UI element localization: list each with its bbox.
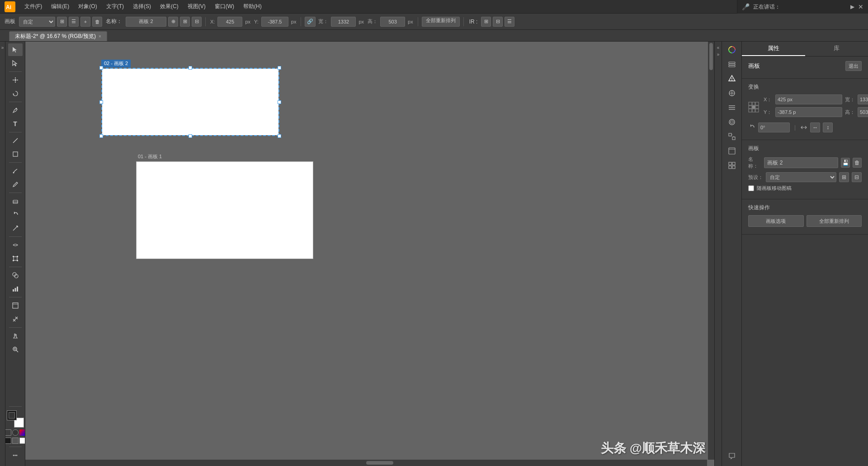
more-options-icon[interactable]: ☰ — [505, 17, 514, 27]
comments-panel-icon[interactable] — [725, 450, 739, 462]
menu-file[interactable]: 文件(F) — [21, 2, 46, 11]
chart-tool[interactable] — [8, 282, 23, 295]
y-input[interactable] — [261, 17, 288, 27]
menu-view[interactable]: 视图(V) — [184, 2, 209, 11]
tab-properties[interactable]: 属性 — [742, 42, 805, 56]
tab-close-btn[interactable]: × — [99, 34, 101, 39]
voice-arrow[interactable]: ▶ — [850, 4, 854, 10]
slice-tool[interactable] — [8, 313, 23, 325]
scale-tool[interactable] — [8, 222, 23, 235]
black-swatch[interactable] — [5, 438, 11, 444]
type-tool[interactable]: T — [8, 118, 23, 130]
zoom-tool[interactable] — [8, 343, 23, 356]
artboard-2-wrapper[interactable]: 02 - 画板 2 — [101, 68, 279, 136]
preset-dropdown[interactable]: 自定 A4 A3 — [766, 172, 836, 182]
menu-type[interactable]: 文字(T) — [103, 2, 127, 11]
menu-object[interactable]: 对象(O) — [75, 2, 100, 11]
grid4-icon[interactable]: ⊟ — [493, 17, 503, 27]
right-collapse-arrow[interactable]: « — [717, 45, 720, 50]
handle-top-right[interactable] — [278, 66, 281, 70]
color-swatches[interactable] — [7, 410, 24, 428]
artboards-list-icon[interactable] — [725, 159, 739, 172]
tab-library[interactable]: 库 — [805, 42, 868, 56]
document-tab[interactable]: 未标题-2* @ 16.67 % (RGB/预览) × — [9, 31, 107, 41]
shape-tool[interactable] — [8, 148, 23, 160]
pen-tool[interactable] — [8, 104, 23, 117]
shape-builder-tool[interactable] — [8, 269, 23, 282]
center-icon[interactable]: ⊕ — [168, 17, 178, 27]
rearrange-all-btn[interactable]: 全部重新排列 — [807, 215, 862, 227]
handle-top-left[interactable] — [99, 66, 103, 70]
v-scroll-thumb[interactable] — [709, 43, 713, 70]
artboard-2-canvas[interactable] — [102, 69, 278, 135]
libraries-panel-icon[interactable] — [725, 87, 739, 99]
x-input[interactable] — [217, 17, 242, 27]
rearrange-btn[interactable]: 全部重新排列 — [422, 17, 460, 27]
artboard-portrait-icon[interactable]: ☰ — [69, 17, 79, 27]
hand-tool[interactable] — [8, 329, 23, 342]
rotate-tool[interactable] — [8, 208, 23, 221]
menu-window[interactable]: 窗口(W) — [211, 2, 238, 11]
preset-icon-a[interactable]: ⊞ — [839, 172, 849, 182]
direct-select-tool[interactable] — [8, 57, 23, 70]
handle-top-center[interactable] — [189, 66, 192, 70]
menu-help[interactable]: 帮助(H) — [240, 2, 265, 11]
right-expand-arrow[interactable]: » — [717, 52, 720, 57]
handle-bottom-right[interactable] — [278, 134, 281, 138]
handle-middle-right[interactable] — [278, 100, 281, 104]
gradient-btn[interactable] — [12, 429, 19, 436]
artboard-options-btn[interactable]: 画板选项 — [748, 215, 804, 227]
move-artwork-checkbox[interactable] — [748, 185, 754, 191]
x-coord-input[interactable] — [775, 94, 842, 104]
preset-select[interactable]: 自定 A4 A3 — [19, 17, 55, 27]
rotation-input[interactable] — [758, 122, 790, 132]
menu-effect[interactable]: 效果(C) — [156, 2, 182, 11]
h-scrollbar[interactable] — [25, 460, 707, 466]
canvas-scroll[interactable]: 02 - 画板 2 01 - 画板 1 — [25, 42, 714, 466]
assets-panel-icon[interactable] — [725, 72, 739, 85]
artboard-tool[interactable] — [8, 299, 23, 312]
v-scrollbar[interactable] — [708, 42, 714, 460]
canvas-area[interactable]: 02 - 画板 2 01 - 画板 1 — [25, 42, 714, 466]
grid2-icon[interactable]: ⊟ — [192, 17, 202, 27]
appearance-panel-icon[interactable] — [725, 116, 739, 128]
left-collapse-arrow[interactable]: » — [1, 45, 4, 50]
menu-edit[interactable]: 编辑(E) — [47, 2, 73, 11]
lasso-tool[interactable] — [8, 87, 23, 100]
artboard-delete-icon[interactable]: 🗑 — [853, 158, 862, 168]
handle-bottom-left[interactable] — [99, 134, 103, 138]
menu-select[interactable]: 选择(S) — [129, 2, 155, 11]
magic-wand-tool[interactable] — [8, 74, 23, 86]
artboard-1-canvas[interactable] — [136, 161, 313, 259]
transform-panel-icon[interactable] — [725, 130, 739, 143]
artboard-save-icon[interactable]: 💾 — [841, 158, 850, 168]
grid-icon[interactable]: ⊞ — [180, 17, 190, 27]
artboard-nav-icon[interactable]: ⊞ — [57, 17, 67, 27]
export-panel-icon[interactable] — [725, 145, 739, 157]
preset-icon-b[interactable]: ⊟ — [852, 172, 862, 182]
properties-panel-icon[interactable] — [725, 101, 739, 114]
handle-bottom-center[interactable] — [189, 134, 192, 138]
handle-middle-left[interactable] — [99, 100, 103, 104]
w-input[interactable] — [331, 17, 356, 27]
layers-panel-icon[interactable] — [725, 58, 739, 71]
color-picker-btn[interactable] — [19, 429, 26, 436]
grid3-icon[interactable]: ⊞ — [481, 17, 491, 27]
exit-btn[interactable]: 退出 — [845, 61, 862, 71]
w-coord-input[interactable] — [858, 94, 868, 104]
free-transform-tool[interactable] — [8, 252, 23, 265]
eraser-tool[interactable] — [8, 195, 23, 207]
h-coord-input[interactable] — [858, 107, 868, 117]
close-voice-icon[interactable]: ✕ — [858, 3, 863, 10]
gray-swatch[interactable] — [12, 438, 19, 444]
artboard-name-input[interactable] — [126, 17, 166, 27]
flip-h-btn[interactable]: ↔ — [810, 122, 820, 132]
more-tools-btn[interactable]: ••• — [8, 449, 23, 461]
lock-proportions-icon[interactable]: 🔗 — [305, 17, 316, 27]
white-swatch[interactable] — [19, 438, 26, 444]
y-coord-input[interactable] — [775, 107, 842, 117]
artboard-delete-icon[interactable]: 🗑 — [92, 17, 102, 27]
paintbrush-tool[interactable] — [8, 165, 23, 177]
pencil-tool[interactable] — [8, 178, 23, 191]
h-input[interactable] — [380, 17, 405, 27]
